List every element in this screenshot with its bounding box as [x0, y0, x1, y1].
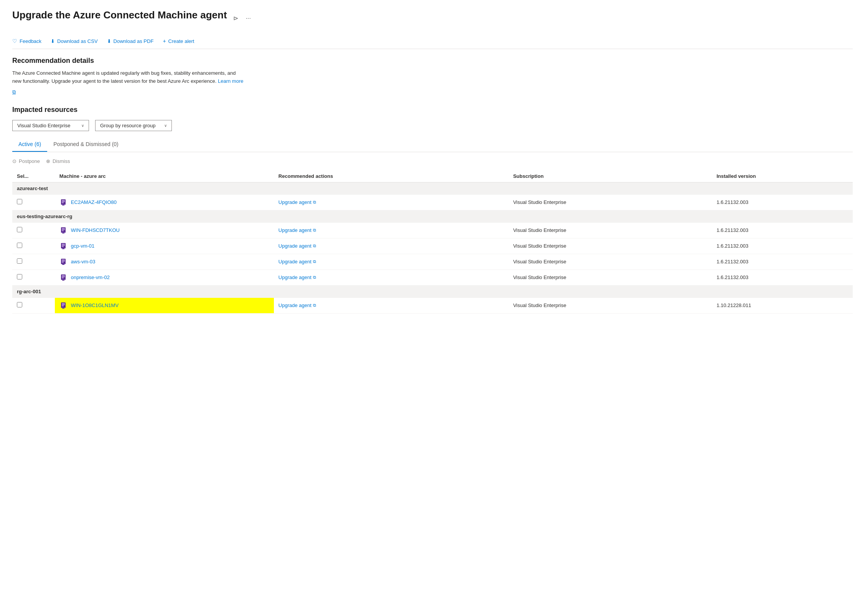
desc-line2: new functionality. Upgrade your agent to… — [12, 78, 216, 84]
select-cell — [12, 254, 55, 269]
create-alert-button[interactable]: + Create alert — [163, 38, 194, 44]
version-value: 1.6.21132.003 — [717, 259, 748, 264]
version-value: 1.10.21228.011 — [717, 302, 751, 308]
version-cell: 1.6.21132.003 — [712, 254, 853, 269]
table-row: WIN-1O8C1GLN1MV Upgrade agent ⧉ Visual S… — [12, 297, 853, 313]
version-cell: 1.6.21132.003 — [712, 222, 853, 238]
external-link-icon: ⧉ — [313, 259, 316, 264]
action-cell: Upgrade agent ⧉ — [274, 194, 509, 210]
external-link-icon: ⧉ — [313, 275, 316, 280]
machine-link[interactable]: aws-vm-03 — [59, 258, 269, 266]
upgrade-agent-label: Upgrade agent — [278, 199, 311, 205]
heart-icon: ♡ — [12, 38, 17, 44]
svg-rect-11 — [62, 232, 65, 233]
version-value: 1.6.21132.003 — [717, 199, 748, 205]
machine-name: aws-vm-03 — [71, 259, 96, 264]
machine-cell: EC2AMAZ-4FQIO80 — [55, 194, 274, 210]
dismiss-button[interactable]: ⊗ Dismiss — [46, 158, 70, 164]
row-checkbox[interactable] — [17, 199, 22, 204]
row-checkbox[interactable] — [17, 227, 22, 232]
machine-cell: onpremise-vm-02 — [55, 269, 274, 285]
postpone-icon: ⊙ — [12, 158, 16, 164]
download-pdf-label: Download as PDF — [114, 38, 154, 44]
download-pdf-button[interactable]: ⬇ Download as PDF — [107, 38, 154, 44]
external-link-icon: ⧉ — [313, 200, 316, 205]
svg-rect-28 — [62, 280, 64, 281]
upgrade-agent-link[interactable]: Upgrade agent ⧉ — [278, 302, 504, 308]
action-cell: Upgrade agent ⧉ — [274, 297, 509, 313]
download-csv-label: Download as CSV — [57, 38, 98, 44]
subscription-chevron-icon: ∨ — [81, 123, 84, 128]
machine-name: gcp-vm-01 — [71, 243, 94, 249]
upgrade-agent-label: Upgrade agent — [278, 227, 311, 233]
external-link-icon[interactable]: ⧉ — [12, 89, 16, 95]
upgrade-agent-link[interactable]: Upgrade agent ⧉ — [278, 227, 504, 233]
machine-name: EC2AMAZ-4FQIO80 — [71, 199, 117, 205]
upgrade-agent-label: Upgrade agent — [278, 302, 311, 308]
upgrade-agent-link[interactable]: Upgrade agent ⧉ — [278, 274, 504, 280]
select-cell — [12, 222, 55, 238]
external-link-icon: ⧉ — [313, 228, 316, 233]
subscription-dropdown[interactable]: Visual Studio Enterprise ∨ — [12, 120, 89, 131]
postpone-button[interactable]: ⊙ Postpone — [12, 158, 40, 164]
machine-link[interactable]: onpremise-vm-02 — [59, 274, 269, 281]
svg-rect-31 — [62, 303, 65, 304]
machine-name: onpremise-vm-02 — [71, 274, 110, 280]
svg-rect-14 — [62, 245, 65, 246]
more-button[interactable]: ··· — [244, 13, 252, 23]
more-icon: ··· — [246, 15, 251, 21]
svg-rect-22 — [62, 264, 64, 265]
machine-name: WIN-1O8C1GLN1MV — [71, 302, 119, 308]
dismiss-label: Dismiss — [53, 158, 70, 164]
feedback-label: Feedback — [20, 38, 41, 44]
recommendation-section: Recommendation details The Azure Connect… — [12, 57, 853, 95]
machine-link[interactable]: WIN-1O8C1GLN1MV — [59, 302, 269, 309]
postpone-label: Postpone — [19, 158, 40, 164]
upgrade-agent-link[interactable]: Upgrade agent ⧉ — [278, 199, 504, 205]
upgrade-agent-link[interactable]: Upgrade agent ⧉ — [278, 259, 504, 264]
machine-cell: WIN-1O8C1GLN1MV — [55, 297, 274, 313]
svg-rect-3 — [62, 202, 64, 203]
feedback-button[interactable]: ♡ Feedback — [12, 38, 41, 44]
arc-machine-icon — [59, 274, 67, 281]
svg-rect-23 — [62, 264, 65, 264]
table-row: aws-vm-03 Upgrade agent ⧉ Visual Studio … — [12, 254, 853, 269]
version-value: 1.6.21132.003 — [717, 274, 748, 280]
tabs-bar: Active (6) Postponed & Dismissed (0) — [12, 137, 853, 152]
group-chevron-icon: ∨ — [164, 123, 167, 128]
table-row: WIN-FDHSCD7TKOU Upgrade agent ⧉ Visual S… — [12, 222, 853, 238]
row-checkbox[interactable] — [17, 243, 22, 248]
pin-button[interactable]: ⊳ — [232, 13, 240, 23]
download-csv-button[interactable]: ⬇ Download as CSV — [51, 38, 98, 44]
dismiss-icon: ⊗ — [46, 158, 50, 164]
tab-active[interactable]: Active (6) — [12, 137, 47, 152]
svg-rect-25 — [62, 275, 65, 276]
group-dropdown[interactable]: Group by resource group ∨ — [95, 120, 172, 131]
version-cell: 1.10.21228.011 — [712, 297, 853, 313]
group-name: rg-arc-001 — [12, 285, 853, 297]
machine-link[interactable]: EC2AMAZ-4FQIO80 — [59, 199, 269, 206]
action-cell: Upgrade agent ⧉ — [274, 254, 509, 269]
machine-name: WIN-FDHSCD7TKOU — [71, 227, 120, 233]
subscription-value: Visual Studio Enterprise — [513, 243, 567, 249]
tab-postponed[interactable]: Postponed & Dismissed (0) — [47, 137, 125, 152]
svg-rect-15 — [62, 246, 64, 247]
group-dropdown-label: Group by resource group — [100, 123, 156, 128]
action-cell: Upgrade agent ⧉ — [274, 269, 509, 285]
action-bar: ⊙ Postpone ⊗ Dismiss — [12, 158, 853, 164]
subscription-cell: Visual Studio Enterprise — [509, 297, 712, 313]
row-checkbox[interactable] — [17, 274, 22, 279]
impacted-title: Impacted resources — [12, 106, 853, 114]
subscription-cell: Visual Studio Enterprise — [509, 222, 712, 238]
col-machine: Machine - azure arc — [55, 170, 274, 182]
table-row: gcp-vm-01 Upgrade agent ⧉ Visual Studio … — [12, 238, 853, 254]
upgrade-agent-link[interactable]: Upgrade agent ⧉ — [278, 243, 504, 249]
group-name: azurearc-test — [12, 182, 853, 194]
svg-rect-4 — [62, 205, 64, 205]
learn-more-link[interactable]: Learn more — [218, 78, 243, 84]
row-checkbox[interactable] — [17, 302, 22, 307]
machine-link[interactable]: gcp-vm-01 — [59, 242, 269, 250]
table-group-header: rg-arc-001 — [12, 285, 853, 297]
row-checkbox[interactable] — [17, 258, 22, 264]
machine-link[interactable]: WIN-FDHSCD7TKOU — [59, 227, 269, 234]
